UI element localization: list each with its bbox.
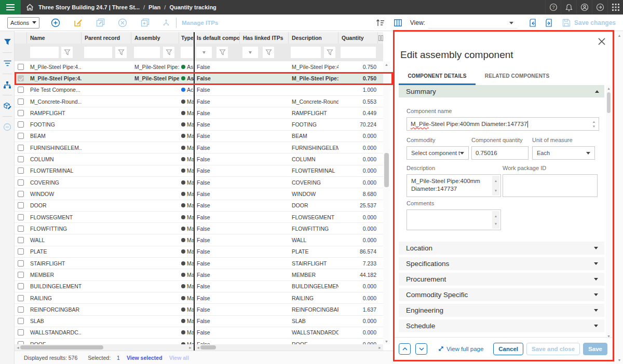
hierarchy-button[interactable] [0, 78, 15, 91]
row-checkbox[interactable] [18, 75, 24, 81]
row-checkbox[interactable] [18, 156, 24, 162]
table-row[interactable]: RAMPFLIGHTMaFalseRAMPFLIGHT0.449 [15, 107, 383, 119]
section-schedule[interactable]: Schedule [399, 319, 604, 332]
filter-input[interactable] [341, 47, 376, 58]
manage-itps-button[interactable]: Manage ITPs [182, 20, 218, 26]
table-row[interactable]: FOOTINGMaFalseFOOTING70.224 [15, 119, 383, 130]
table-row[interactable]: ROOFMaFalseROOF0.000 [15, 339, 383, 344]
actions-button[interactable]: Actions [7, 17, 39, 29]
filter-tool-button[interactable] [0, 35, 15, 49]
row-checkbox[interactable] [18, 295, 24, 301]
table-row[interactable]: SLABMaFalseSLAB0.000 [15, 316, 383, 327]
comments-textarea[interactable]: ▲▼ [407, 209, 501, 230]
table-row[interactable]: MEMBERMaFalseMEMBER44.182 [15, 269, 383, 281]
table-row[interactable]: WALLSTANDARDC...MaFalseWALLSTANDARDC...0… [15, 327, 383, 339]
table-row[interactable]: Pile Test Compone...AcFalse1.000 [15, 85, 383, 96]
menu-button[interactable] [0, 0, 21, 15]
filter-funnel-button[interactable] [324, 47, 335, 58]
previous-record-button[interactable] [399, 343, 411, 355]
filter-select[interactable] [242, 47, 258, 58]
row-checkbox[interactable] [18, 191, 24, 197]
column-header-Name[interactable]: Name [27, 32, 82, 44]
column-header-Type[interactable]: Type [179, 32, 194, 44]
work-package-id-input[interactable] [503, 174, 598, 197]
load-view-button[interactable] [528, 18, 537, 27]
row-checkbox[interactable] [18, 260, 24, 267]
panel-scrollbar[interactable]: ▲ ▼ [606, 85, 612, 339]
view-all-link[interactable]: View all [169, 355, 189, 361]
section-commodity-specific[interactable]: Commodity Specific [399, 288, 604, 301]
filter-funnel-button[interactable] [115, 47, 127, 58]
filter-input[interactable] [181, 47, 193, 58]
cancel-item-button[interactable] [118, 18, 127, 27]
column-header-Assembly[interactable]: Assembly [131, 32, 179, 44]
sort-button[interactable] [376, 18, 385, 27]
table-row[interactable]: WINDOWMaFalseWINDOW8.680 [15, 188, 383, 200]
table-row[interactable]: RAILINGMaFalseRAILING0.000 [15, 292, 383, 304]
save-changes-button[interactable] [562, 18, 571, 27]
row-checkbox[interactable] [18, 167, 24, 174]
filter-input[interactable] [30, 47, 59, 58]
table-row[interactable]: BUILDINGELEMENT...MaFalseBUILDINGELEMENT… [15, 281, 383, 292]
view-selected-link[interactable]: View selected [127, 355, 162, 361]
close-panel-button[interactable] [596, 36, 607, 47]
row-checkbox[interactable] [18, 306, 24, 313]
description-textarea[interactable]: M_Pile-Steel Pipe:400mm Diameter:147737 … [407, 174, 501, 197]
row-checkbox[interactable] [18, 133, 24, 139]
column-header-Parent record[interactable]: Parent record [82, 32, 131, 44]
row-checkbox[interactable] [18, 202, 24, 208]
row-checkbox[interactable] [18, 248, 24, 255]
filter-funnel-button[interactable] [61, 47, 73, 58]
breadcrumb-page[interactable]: Quantity tracking [169, 4, 216, 10]
unit-of-measure-select[interactable]: Each [532, 146, 595, 160]
scroll-thumb[interactable] [384, 153, 389, 187]
model-edit-button[interactable] [0, 99, 15, 113]
breadcrumb-plan[interactable]: Plan [148, 4, 160, 10]
table-row[interactable]: BEAMMaFalseBEAM0.000 [15, 131, 383, 142]
edit-button[interactable] [73, 18, 83, 27]
column-header-Description[interactable]: Description [289, 32, 338, 44]
home-button[interactable] [21, 0, 38, 15]
page-scrollbar[interactable]: ▲ ▼ [616, 31, 623, 364]
tab-component-details[interactable]: COMPONENT DETAILS [399, 68, 476, 83]
frozen-column-divider[interactable] [194, 32, 195, 351]
row-checkbox[interactable] [18, 214, 24, 220]
row-checkbox[interactable] [18, 237, 24, 243]
table-row[interactable]: FLOWFITTINGMaFalseFLOWFITTING0.000 [15, 223, 383, 234]
filter-funnel-button[interactable] [263, 47, 274, 58]
row-checkbox[interactable] [18, 121, 24, 128]
table-row[interactable]: DOORMaFalseDOOR25.537 [15, 200, 383, 212]
save-and-close-button[interactable]: Save and close [526, 343, 580, 355]
help-button[interactable]: ? [545, 0, 561, 15]
column-header-Quantity[interactable]: Quantity [338, 32, 378, 44]
table-row[interactable]: M_Pile-Steel Pipe:4...M_Pile-Steel Pipe:… [15, 61, 383, 73]
table-row[interactable]: FLOWTERMINALMaFalseFLOWTERMINAL0.000 [15, 165, 383, 177]
section-procurement[interactable]: Procurement [399, 273, 604, 286]
apps-button[interactable] [607, 0, 623, 15]
table-row[interactable]: PLATEMaFalsePLATE86.574 [15, 246, 383, 258]
save-button[interactable]: Save [583, 343, 607, 355]
row-checkbox[interactable] [18, 87, 24, 93]
filter-funnel-button[interactable] [216, 47, 228, 58]
input-spinner[interactable]: ▲▼ [590, 119, 598, 129]
scroll-down-arrow[interactable]: ▼ [383, 338, 390, 344]
scroll-up-arrow[interactable]: ▲ [383, 61, 390, 67]
row-checkbox[interactable] [18, 179, 24, 186]
scroll-thumb[interactable] [607, 92, 611, 113]
filter-funnel-button[interactable] [163, 47, 174, 58]
tab-related-components[interactable]: RELATED COMPONENTS [476, 68, 559, 83]
filter-input[interactable] [84, 47, 112, 58]
collapse-all-button[interactable] [0, 120, 15, 134]
section-specifications[interactable]: Specifications [399, 257, 604, 270]
textarea-scrollbar[interactable]: ▲▼ [492, 176, 499, 195]
workflow-button[interactable] [161, 18, 171, 27]
filter-input[interactable] [134, 47, 160, 58]
row-checkbox[interactable] [18, 110, 24, 116]
section-engineering[interactable]: Engineering [399, 304, 604, 317]
next-record-button[interactable] [415, 343, 427, 355]
frozen-horizontal-scrollbar[interactable]: ◄ ► [15, 344, 194, 351]
view-full-page-link[interactable]: View full page [438, 346, 483, 352]
row-checkbox[interactable] [18, 329, 24, 335]
column-header-Has linked ITPs[interactable]: Has linked ITPs [240, 32, 289, 44]
table-row[interactable]: M_Concrete-Round...MaFalseM_Concrete-Rou… [15, 96, 383, 107]
